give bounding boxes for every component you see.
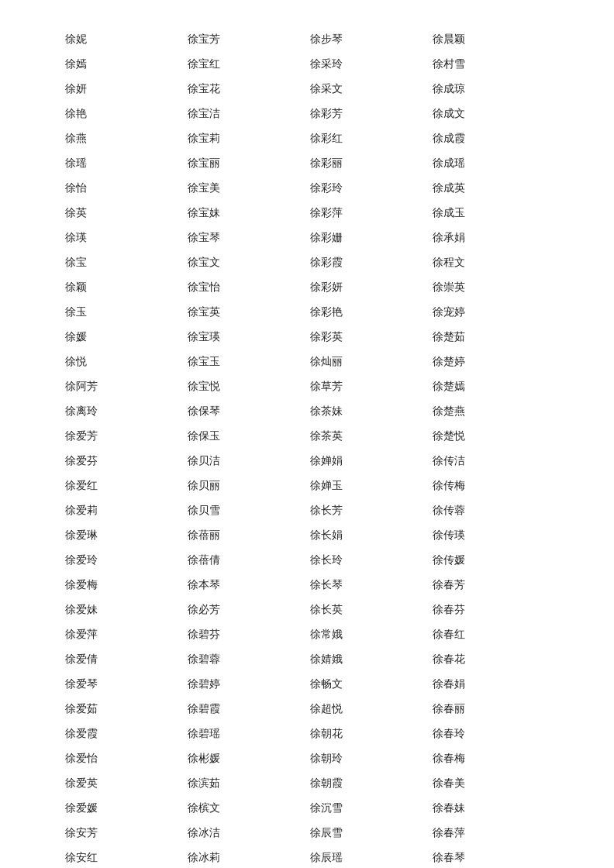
- list-item: 徐春丽: [429, 701, 552, 718]
- list-item: 徐春红: [429, 626, 552, 643]
- list-item: 徐爱琴: [62, 676, 185, 693]
- list-item: 徐宝美: [185, 180, 307, 197]
- list-item: 徐茶英: [307, 428, 429, 445]
- list-item: 徐彩萍: [307, 205, 429, 222]
- list-item: 徐采玲: [307, 56, 429, 73]
- list-item: 徐嫣: [62, 56, 185, 73]
- list-item: 徐春琴: [429, 849, 552, 866]
- list-item: 徐承娟: [429, 229, 552, 246]
- list-item: 徐春芳: [429, 577, 552, 594]
- list-item: 徐长娟: [307, 527, 429, 544]
- list-item: 徐程文: [429, 254, 552, 271]
- list-item: 徐春妹: [429, 800, 552, 817]
- list-item: 徐朝霞: [307, 775, 429, 792]
- list-item: 徐长芳: [307, 502, 429, 519]
- names-grid: 徐妮徐宝芳徐步琴徐晨颖徐嫣徐宝红徐采玲徐村雪徐妍徐宝花徐采文徐成琼徐艳徐宝洁徐彩…: [62, 31, 552, 868]
- list-item: 徐爱梅: [62, 577, 185, 594]
- list-item: 徐宝芳: [185, 31, 307, 48]
- list-item: 徐楚婷: [429, 353, 552, 370]
- list-item: 徐彩红: [307, 130, 429, 147]
- list-item: 徐传蓉: [429, 502, 552, 519]
- list-item: 徐阿芳: [62, 378, 185, 395]
- list-item: 徐安芳: [62, 825, 185, 842]
- list-item: 徐朝花: [307, 725, 429, 742]
- list-item: 徐爱莉: [62, 502, 185, 519]
- list-item: 徐长英: [307, 601, 429, 618]
- list-item: 徐春玲: [429, 725, 552, 742]
- list-item: 徐成玉: [429, 205, 552, 222]
- list-item: 徐爱琳: [62, 527, 185, 544]
- list-item: 徐爱玲: [62, 552, 185, 569]
- list-item: 徐离玲: [62, 403, 185, 420]
- list-item: 徐灿丽: [307, 353, 429, 370]
- list-item: 徐彩艳: [307, 304, 429, 321]
- list-item: 徐彩玲: [307, 180, 429, 197]
- list-item: 徐彬媛: [185, 750, 307, 767]
- list-item: 徐楚茹: [429, 329, 552, 346]
- list-item: 徐英: [62, 205, 185, 222]
- list-item: 徐碧婷: [185, 676, 307, 693]
- list-item: 徐彩丽: [307, 155, 429, 172]
- list-item: 徐楚嫣: [429, 378, 552, 395]
- list-item: 徐辰瑶: [307, 849, 429, 866]
- list-item: 徐宝丽: [185, 155, 307, 172]
- list-item: 徐彩姗: [307, 229, 429, 246]
- list-item: 徐传梅: [429, 477, 552, 494]
- list-item: 徐成英: [429, 180, 552, 197]
- list-item: 徐碧瑶: [185, 725, 307, 742]
- list-item: 徐瑛: [62, 229, 185, 246]
- list-item: 徐碧霞: [185, 701, 307, 718]
- list-item: 徐晨颖: [429, 31, 552, 48]
- list-item: 徐沉雪: [307, 800, 429, 817]
- list-item: 徐爱萍: [62, 626, 185, 643]
- list-item: 徐春萍: [429, 825, 552, 842]
- list-item: 徐蓓丽: [185, 527, 307, 544]
- list-item: 徐冰莉: [185, 849, 307, 866]
- list-item: 徐传洁: [429, 453, 552, 470]
- list-item: 徐瑶: [62, 155, 185, 172]
- list-item: 徐宝妹: [185, 205, 307, 222]
- list-item: 徐玉: [62, 304, 185, 321]
- list-item: 徐悦: [62, 353, 185, 370]
- list-item: 徐长玲: [307, 552, 429, 569]
- list-item: 徐畅文: [307, 676, 429, 693]
- list-item: 徐楚燕: [429, 403, 552, 420]
- list-item: 徐碧蓉: [185, 651, 307, 668]
- list-item: 徐宝英: [185, 304, 307, 321]
- list-item: 徐爱茹: [62, 701, 185, 718]
- list-item: 徐宝琴: [185, 229, 307, 246]
- list-item: 徐春花: [429, 651, 552, 668]
- list-item: 徐彩芳: [307, 105, 429, 122]
- list-item: 徐彩妍: [307, 279, 429, 296]
- list-item: 徐宝文: [185, 254, 307, 271]
- list-item: 徐朝玲: [307, 750, 429, 767]
- list-item: 徐春美: [429, 775, 552, 792]
- list-item: 徐冰洁: [185, 825, 307, 842]
- list-item: 徐宝玉: [185, 353, 307, 370]
- list-item: 徐保琴: [185, 403, 307, 420]
- list-item: 徐宝悦: [185, 378, 307, 395]
- list-item: 徐常娥: [307, 626, 429, 643]
- list-item: 徐爱倩: [62, 651, 185, 668]
- list-item: 徐爱芬: [62, 453, 185, 470]
- list-item: 徐碧芬: [185, 626, 307, 643]
- list-item: 徐步琴: [307, 31, 429, 48]
- list-item: 徐本琴: [185, 577, 307, 594]
- list-item: 徐媛: [62, 329, 185, 346]
- list-item: 徐艳: [62, 105, 185, 122]
- list-item: 徐茶妹: [307, 403, 429, 420]
- list-item: 徐宝花: [185, 81, 307, 98]
- list-item: 徐贝丽: [185, 477, 307, 494]
- list-item: 徐宠婷: [429, 304, 552, 321]
- list-item: 徐传媛: [429, 552, 552, 569]
- list-item: 徐爱英: [62, 775, 185, 792]
- list-item: 徐传瑛: [429, 527, 552, 544]
- list-item: 徐采文: [307, 81, 429, 98]
- list-item: 徐春梅: [429, 750, 552, 767]
- list-item: 徐超悦: [307, 701, 429, 718]
- list-item: 徐崇英: [429, 279, 552, 296]
- list-item: 徐蓓倩: [185, 552, 307, 569]
- list-item: 徐婧娥: [307, 651, 429, 668]
- list-item: 徐爱妹: [62, 601, 185, 618]
- list-item: 徐长琴: [307, 577, 429, 594]
